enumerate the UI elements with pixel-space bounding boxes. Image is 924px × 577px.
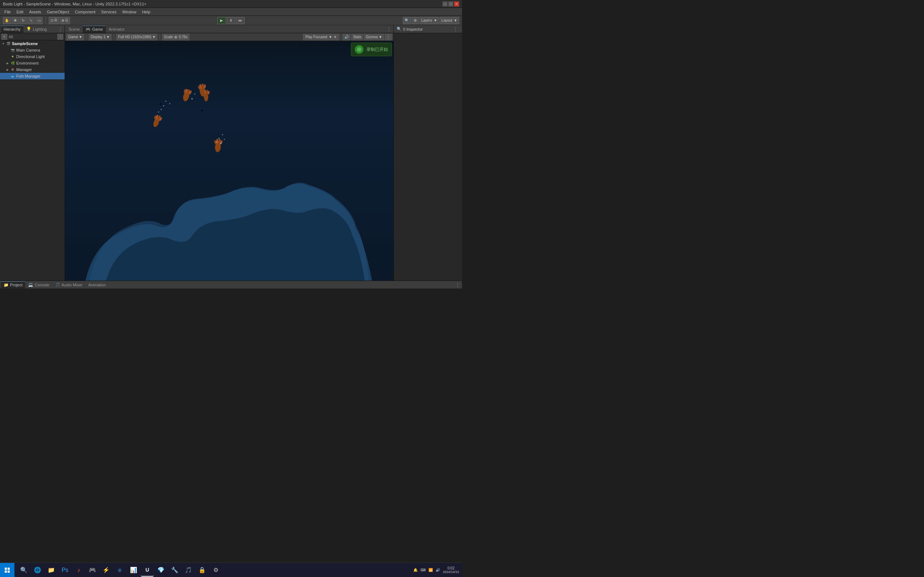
scene-icon: 🎬: [6, 41, 11, 46]
gizmos-arrow: ▼: [379, 35, 382, 39]
close-button[interactable]: ✕: [454, 2, 459, 6]
menu-gameobject[interactable]: GameObject: [44, 9, 72, 15]
rotate-tool[interactable]: ↻: [19, 17, 27, 24]
dark-dot-2: [201, 110, 203, 111]
play-controls: ▶ ⏸ ⏭: [217, 17, 245, 24]
camera-label: Main Camera: [16, 48, 40, 52]
maximize-button[interactable]: □: [448, 2, 453, 6]
resolution-label: Full HD (1920x1080): [118, 35, 151, 39]
particle-6: [191, 98, 193, 100]
layers-label: Layers: [421, 18, 432, 23]
menu-component[interactable]: Component: [72, 9, 98, 15]
hand-tool[interactable]: ✋: [3, 17, 11, 24]
particle-2: [165, 101, 166, 102]
play-focused-button[interactable]: Play Focused ▼ ☀: [303, 34, 340, 40]
fish-sprite-5: [212, 137, 225, 155]
settings-button[interactable]: ⚙: [412, 17, 419, 24]
tab-console[interactable]: 💻 Console: [25, 281, 52, 288]
gizmos-btn[interactable]: Gizmos ▼: [364, 34, 384, 40]
hierarchy-menu[interactable]: ⋮: [57, 27, 64, 32]
menu-services[interactable]: Services: [98, 9, 119, 15]
manager-icon: ⚙: [10, 67, 15, 72]
bottom-tab-bar: 📁 Project 💻 Console 🎵 Audio Mixer Animat…: [0, 281, 462, 288]
tab-lighting[interactable]: 💡 Lighting: [23, 26, 50, 33]
menu-edit[interactable]: Edit: [14, 9, 26, 15]
tab-scene[interactable]: Scene: [66, 26, 82, 33]
move-tool[interactable]: ✥: [11, 17, 19, 24]
layers-dropdown[interactable]: Layers ▼: [419, 17, 439, 24]
menu-help[interactable]: Help: [139, 9, 153, 15]
inspector-header: 🔍 0 Inspector ⋮: [394, 25, 462, 33]
tab-audio-mixer[interactable]: 🎵 Audio Mixer: [52, 281, 86, 288]
fish-label: Fish Manager: [16, 74, 40, 78]
pivot-global[interactable]: ⊕ G: [60, 17, 70, 24]
scale-value: 0.76x: [179, 35, 187, 39]
pivot-tools: ⊙ R ⊕ G: [49, 17, 70, 24]
pause-button[interactable]: ⏸: [227, 17, 235, 24]
hierarchy-item-main-camera[interactable]: 📷 Main Camera: [0, 47, 65, 53]
tab-animator[interactable]: Animator: [106, 26, 128, 33]
minimize-button[interactable]: ─: [443, 2, 447, 6]
layout-dropdown[interactable]: Layout ▼: [439, 17, 459, 24]
rect-tool[interactable]: ▭: [36, 17, 43, 24]
menu-file[interactable]: File: [2, 9, 14, 15]
inspector-content: [394, 33, 462, 280]
hierarchy-item-fish-manager[interactable]: 🐟 Fish Manager: [0, 73, 65, 79]
display-dropdown[interactable]: Display 1 ▼: [89, 34, 111, 40]
env-icon: 🌿: [10, 61, 15, 66]
window-controls: ─ □ ✕: [443, 2, 459, 6]
hierarchy-options[interactable]: ⋮: [57, 34, 63, 40]
game-canvas[interactable]: 录制已开始: [65, 41, 393, 280]
hierarchy-item-manager[interactable]: ▶ ⚙ Manager: [0, 66, 65, 73]
fish-arrow: [6, 74, 10, 78]
view-options[interactable]: ⋮: [385, 34, 392, 40]
hierarchy-tab-label: Hierarchy: [3, 27, 21, 31]
inspector-icon: 🔍: [397, 27, 402, 31]
audio-btn[interactable]: 🔊: [342, 34, 351, 40]
particle-5: [158, 111, 159, 113]
search-button[interactable]: 🔍: [403, 17, 411, 24]
stats-label: Stats: [353, 35, 361, 39]
animator-tab-label: Animator: [109, 27, 124, 31]
env-label: Environment: [16, 61, 39, 65]
game-sep-4: [341, 34, 341, 40]
inspector-menu[interactable]: ⋮: [452, 27, 459, 32]
step-button[interactable]: ⏭: [236, 17, 245, 24]
tab-hierarchy[interactable]: Hierarchy: [1, 26, 23, 33]
stats-btn[interactable]: Stats: [351, 34, 363, 40]
resolution-dropdown[interactable]: Full HD (1920x1080) ▼: [116, 34, 157, 40]
tab-animation[interactable]: Animation: [86, 281, 109, 288]
env-arrow: ▶: [6, 61, 10, 65]
view-menu[interactable]: ⋮: [386, 27, 393, 32]
filter-all[interactable]: All: [9, 35, 13, 39]
particle-1: [163, 105, 164, 106]
scale-tool[interactable]: ⤡: [27, 17, 35, 24]
layout-label: Layout: [441, 18, 452, 23]
game-tab-icon: 🎮: [86, 27, 90, 32]
scale-control[interactable]: Scale 0.76x: [162, 34, 189, 40]
hierarchy-item-environment[interactable]: ▶ 🌿 Environment: [0, 60, 65, 66]
layers-arrow: ▼: [433, 18, 437, 23]
game-dropdown[interactable]: Game ▼: [66, 34, 84, 40]
bottom-menu[interactable]: ⋮: [454, 282, 461, 287]
scene-root[interactable]: ▼ 🎬 SampleScene: [0, 40, 65, 47]
camera-icon: 📷: [10, 48, 15, 53]
tab-game[interactable]: 🎮 Game: [82, 26, 106, 33]
menu-assets[interactable]: Assets: [26, 9, 44, 15]
hierarchy-item-directional-light[interactable]: ☀ Directional Light: [0, 53, 65, 60]
pivot-toggle[interactable]: ⊙ R: [49, 17, 59, 24]
menu-window[interactable]: Window: [120, 9, 139, 15]
project-tab-label: Project: [10, 283, 23, 287]
add-gameobject-button[interactable]: +: [2, 34, 7, 40]
menubar: File Edit Assets GameObject Component Se…: [0, 8, 462, 16]
particle-3: [169, 103, 170, 104]
particle-11: [222, 134, 223, 135]
manager-arrow: ▶: [6, 68, 10, 71]
camera-arrow: [6, 48, 10, 52]
tab-project[interactable]: 📁 Project: [1, 281, 25, 288]
right-tools: 🔍 ⚙ Layers ▼ Layout ▼: [403, 17, 459, 24]
game-tab-label: Game: [92, 27, 103, 31]
view-tab-bar: Scene 🎮 Game Animator ⋮: [65, 25, 393, 33]
play-button[interactable]: ▶: [217, 17, 226, 24]
play-focused-icon: ☀: [333, 35, 337, 39]
